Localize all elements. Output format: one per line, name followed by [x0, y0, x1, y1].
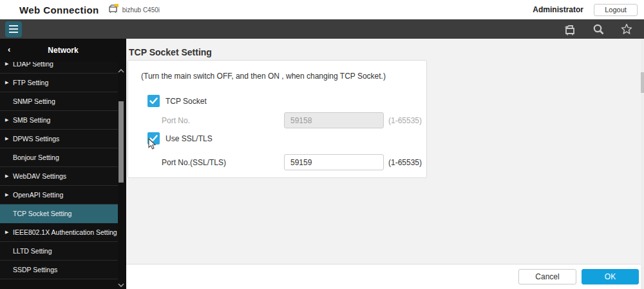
- network-sidebar: ‹ Network ▶LDAP Setting▶FTP SettingSNMP …: [0, 39, 126, 289]
- action-bar: Cancel OK: [126, 264, 644, 289]
- logo-area: Web Connection bizhub C450i: [19, 3, 160, 16]
- toolbar-icons: [563, 22, 634, 36]
- ssl-row: Use SSL/TLS: [147, 132, 426, 144]
- top-header: Web Connection bizhub C450i Administrato…: [0, 0, 644, 19]
- tcp-socket-checkbox[interactable]: [147, 95, 160, 107]
- device-chip: bizhub C450i: [108, 3, 160, 16]
- sidebar-item-label: SMB Setting: [13, 116, 50, 124]
- expand-triangle-icon: ▶: [5, 117, 12, 123]
- ssl-checkbox[interactable]: [147, 132, 160, 144]
- logged-in-user: Administrator: [533, 5, 583, 14]
- sidebar-item-tcp-socket-setting[interactable]: TCP Socket Setting: [0, 204, 118, 223]
- device-model: bizhub C450i: [122, 6, 160, 14]
- ssl-port-row: Port No.(SSL/TLS) (1-65535): [162, 154, 426, 170]
- main-content: TCP Socket Setting (Turn the main switch…: [126, 39, 644, 289]
- port-range-hint: (1-65535): [388, 116, 422, 125]
- sidebar-item-ssdp-settings[interactable]: SSDP Settings: [0, 261, 118, 279]
- sidebar-item-label: SSDP Settings: [13, 266, 57, 274]
- device-status-icon[interactable]: [563, 22, 577, 36]
- tcp-socket-label: TCP Socket: [166, 97, 207, 106]
- port-label: Port No.: [162, 116, 284, 125]
- sidebar-item-webdav-settings[interactable]: ▶WebDAV Settings: [0, 167, 118, 186]
- sidebar-item-smb-setting[interactable]: ▶SMB Setting: [0, 111, 118, 130]
- sidebar-scrollbar-thumb[interactable]: [118, 101, 124, 183]
- sidebar-item-bonjour-setting[interactable]: Bonjour Setting: [0, 148, 118, 167]
- cancel-button[interactable]: Cancel: [518, 269, 576, 284]
- sidebar-item-dpws-settings[interactable]: ▶DPWS Settings: [0, 130, 118, 148]
- ssl-port-input[interactable]: [284, 154, 384, 170]
- sidebar-header: ‹ Network: [0, 39, 126, 62]
- sidebar-item-label: LDAP Setting: [13, 62, 53, 68]
- device-printer-icon: [108, 3, 119, 16]
- scroll-down-icon[interactable]: [117, 280, 125, 288]
- main-toolbar: [0, 19, 644, 39]
- sidebar-item-label: IEEE802.1X Authentication Setting: [13, 228, 117, 236]
- search-icon[interactable]: [591, 22, 605, 36]
- sidebar-item-label: TCP Socket Setting: [13, 210, 71, 217]
- ssl-label: Use SSL/TLS: [166, 134, 213, 143]
- note-text: (Turn the main switch OFF, and then ON ,…: [141, 71, 426, 81]
- sidebar-item-openapi-setting[interactable]: ▶OpenAPI Setting: [0, 186, 118, 204]
- sidebar-item-ldap-setting[interactable]: ▶LDAP Setting: [0, 62, 118, 74]
- web-connection-app: Web Connection bizhub C450i Administrato…: [0, 0, 644, 289]
- sidebar-item-label: LLTD Setting: [13, 247, 52, 255]
- expand-triangle-icon: ▶: [5, 62, 12, 66]
- expand-triangle-icon: ▶: [5, 136, 12, 141]
- scroll-up-icon[interactable]: [117, 66, 125, 74]
- sidebar-item-ieee802-1x-authentication-setting[interactable]: ▶IEEE802.1X Authentication Setting: [0, 223, 118, 242]
- port-row: Port No. (1-65535): [162, 112, 426, 128]
- logout-button[interactable]: Logout: [594, 4, 638, 16]
- sidebar-item-label: WebDAV Settings: [13, 172, 66, 180]
- ok-button[interactable]: OK: [582, 269, 639, 284]
- page-title: TCP Socket Setting: [129, 46, 644, 58]
- sidebar-item-lltd-setting[interactable]: LLTD Setting: [0, 242, 118, 261]
- sidebar-menu: ▶LDAP Setting▶FTP SettingSNMP Setting▶SM…: [0, 62, 118, 289]
- back-chevron-icon[interactable]: ‹: [8, 45, 10, 55]
- expand-triangle-icon: ▶: [5, 80, 12, 85]
- sidebar-item-label: DPWS Settings: [13, 135, 59, 143]
- page-scrollbar[interactable]: [641, 39, 644, 289]
- expand-triangle-icon: ▶: [5, 192, 12, 197]
- sidebar-item-label: SNMP Setting: [13, 97, 55, 105]
- sidebar-item-snmp-setting[interactable]: SNMP Setting: [0, 92, 118, 111]
- menu-hamburger-button[interactable]: [5, 21, 22, 37]
- sidebar-item-label: Bonjour Setting: [13, 154, 59, 161]
- expand-triangle-icon: ▶: [5, 230, 12, 235]
- sidebar-item-ftp-setting[interactable]: ▶FTP Setting: [0, 74, 118, 92]
- sidebar-title: Network: [48, 46, 78, 55]
- tcp-socket-panel: (Turn the main switch OFF, and then ON ,…: [128, 60, 427, 178]
- ssl-port-range-hint: (1-65535): [388, 158, 422, 167]
- sidebar-item-label: OpenAPI Setting: [13, 191, 63, 199]
- expand-triangle-icon: ▶: [5, 174, 12, 179]
- web-connection-logo: Web Connection: [19, 5, 99, 15]
- sidebar-item-label: FTP Setting: [13, 79, 48, 86]
- user-area: Administrator Logout: [533, 4, 638, 16]
- ssl-port-label: Port No.(SSL/TLS): [162, 158, 284, 167]
- port-input: [284, 112, 384, 128]
- tcp-socket-row: TCP Socket: [147, 95, 426, 107]
- favorites-star-icon[interactable]: [620, 22, 634, 36]
